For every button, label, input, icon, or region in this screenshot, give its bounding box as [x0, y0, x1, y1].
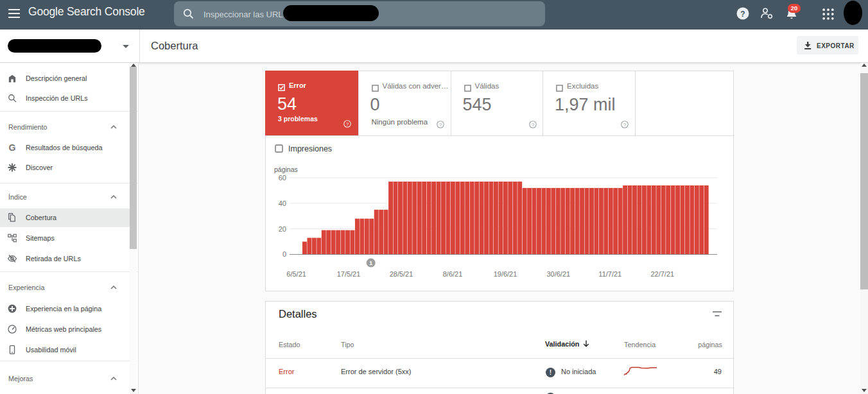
- svg-text:?: ?: [531, 122, 534, 128]
- svg-text:?: ?: [740, 10, 745, 19]
- svg-text:40: 40: [279, 200, 286, 207]
- svg-text:17/5/21: 17/5/21: [337, 270, 361, 278]
- svg-text:20: 20: [279, 225, 286, 233]
- svg-text:páginas: páginas: [274, 166, 298, 173]
- svg-text:19/6/21: 19/6/21: [494, 270, 517, 278]
- svg-text:?: ?: [346, 121, 349, 127]
- svg-text:28/5/21: 28/5/21: [390, 270, 413, 278]
- svg-text:?: ?: [623, 122, 627, 128]
- svg-text:0: 0: [282, 250, 286, 258]
- svg-text:22/7/21: 22/7/21: [650, 270, 674, 278]
- svg-text:6/5/21: 6/5/21: [286, 270, 306, 278]
- svg-text:?: ?: [438, 122, 442, 128]
- svg-text:1: 1: [369, 259, 373, 266]
- svg-text:11/7/21: 11/7/21: [598, 270, 621, 278]
- svg-text:30/6/21: 30/6/21: [546, 270, 570, 278]
- svg-text:60: 60: [279, 174, 286, 182]
- svg-text:8/6/21: 8/6/21: [443, 270, 463, 278]
- svg-text:G: G: [8, 142, 15, 153]
